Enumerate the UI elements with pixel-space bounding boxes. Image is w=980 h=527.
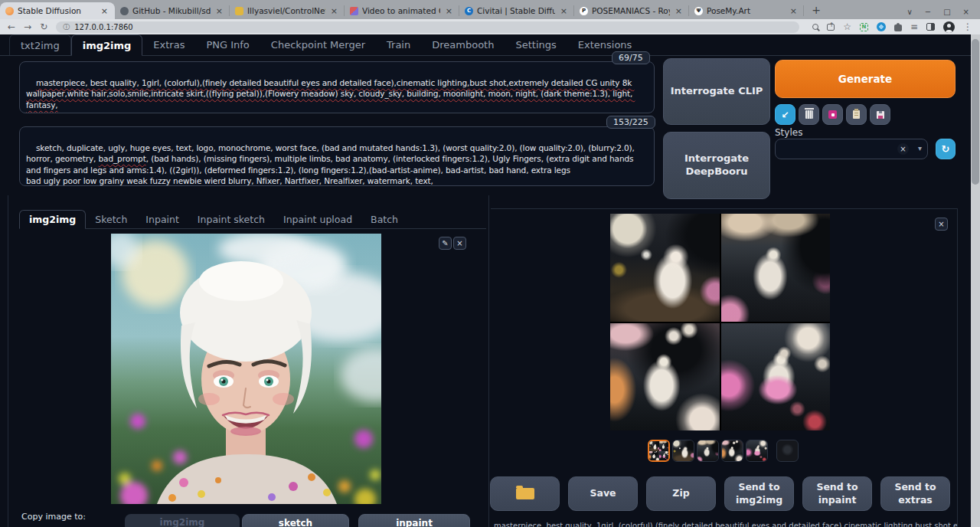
folder-icon	[516, 488, 534, 499]
interrogate-clip-button[interactable]: Interrogate CLIP	[663, 58, 770, 125]
main-nav-tabs: txt2img img2img Extras PNG Info Checkpoi…	[0, 34, 971, 56]
scrollbar-thumb[interactable]	[972, 39, 979, 185]
subtab-inpaint-upload[interactable]: Inpaint upload	[274, 210, 361, 228]
address-bar[interactable]: ⓘ 127.0.0.1:7860	[56, 21, 799, 33]
stable-diffusion-favicon	[5, 7, 14, 15]
tab-extras[interactable]: Extras	[142, 34, 195, 55]
subtab-img2img[interactable]: img2img	[19, 210, 86, 229]
url-text: 127.0.0.1:7860	[74, 23, 133, 31]
tab-close-icon[interactable]: ×	[444, 6, 454, 16]
tab-train[interactable]: Train	[376, 34, 421, 55]
interrogate-deepbooru-button[interactable]: Interrogate DeepBooru	[663, 132, 770, 199]
reload-icon[interactable]: ↻	[40, 22, 47, 31]
paste-params-button[interactable]: ↙	[775, 104, 795, 125]
zoom-icon[interactable]	[812, 24, 818, 30]
close-icon: ×	[938, 220, 944, 228]
browser-tab-posemyart[interactable]: Ψ PoseMy.Art ×	[689, 2, 804, 19]
tab-close-icon[interactable]: ×	[674, 6, 684, 16]
generated-image-4[interactable]	[721, 323, 831, 431]
thumbnail-4[interactable]	[746, 440, 768, 462]
browser-tab-civitai[interactable]: C Civitai | Stable Diffusion models ×	[459, 2, 574, 19]
extension-blue-icon[interactable]	[877, 22, 886, 31]
copy-to-img2img-button[interactable]: img2img	[125, 514, 240, 527]
styles-clear-icon[interactable]: ×	[897, 143, 909, 155]
subtab-inpaint[interactable]: Inpaint	[136, 210, 188, 228]
open-folder-button[interactable]	[490, 476, 560, 511]
minimize-icon[interactable]: −	[925, 8, 931, 16]
thumbnail-2[interactable]	[697, 440, 719, 462]
generated-image-1[interactable]	[610, 214, 720, 322]
send-to-img2img-button[interactable]: Send to img2img	[724, 476, 794, 511]
save-style-button[interactable]	[870, 104, 890, 125]
browser-tab-posemaniacs[interactable]: P POSEMANIACS - Royalty free 3 ×	[574, 2, 689, 19]
styles-dropdown[interactable]: × ▾	[775, 139, 928, 159]
save-button[interactable]: Save	[568, 476, 638, 511]
copy-to-inpaint-button[interactable]: inpaint	[358, 514, 470, 527]
generated-image-2[interactable]	[721, 214, 831, 322]
apply-style-button[interactable]	[846, 104, 867, 125]
extra-networks-button[interactable]	[822, 104, 843, 125]
gif-converter-favicon	[350, 7, 358, 15]
bookmark-star-icon[interactable]: ☆	[843, 22, 851, 31]
source-image[interactable]	[111, 234, 381, 504]
tab-settings[interactable]: Settings	[505, 34, 567, 55]
img2img-mode-tabs: img2img Sketch Inpaint Inpaint sketch In…	[19, 210, 486, 229]
subtab-sketch[interactable]: Sketch	[86, 210, 136, 228]
side-panel-icon[interactable]	[926, 23, 935, 31]
zip-button[interactable]: Zip	[646, 476, 716, 511]
tab-img2img[interactable]: img2img	[71, 34, 143, 56]
styles-refresh-button[interactable]: ↻	[936, 139, 956, 159]
portrait-illustration	[111, 234, 381, 504]
browser-tab-stable-diffusion[interactable]: Stable Diffusion ×	[0, 2, 115, 19]
browser-tab-controlnet[interactable]: Illyasviel/ControlNet at main ×	[230, 2, 345, 19]
tab-close-icon[interactable]: ×	[100, 6, 109, 16]
tab-dreambooth[interactable]: Dreambooth	[421, 34, 505, 55]
forward-icon[interactable]: →	[24, 22, 31, 31]
posemaniacs-favicon: P	[580, 7, 588, 15]
subtab-batch[interactable]: Batch	[361, 210, 407, 228]
browser-menu-icon[interactable]: ⋮	[963, 22, 972, 31]
tab-close-icon[interactable]: ×	[789, 6, 799, 16]
tab-close-icon[interactable]: ×	[329, 6, 339, 16]
edit-image-button[interactable]: ✎	[439, 237, 452, 250]
thumbnail-1[interactable]	[672, 440, 694, 462]
tab-close-icon[interactable]: ×	[214, 6, 224, 16]
back-icon[interactable]: ←	[8, 22, 15, 31]
gallery-panel-top-border	[491, 208, 957, 209]
subtab-inpaint-sketch[interactable]: Inpaint sketch	[188, 210, 274, 228]
negative-prompt-input[interactable]: sketch, duplicate, ugly, huge eyes, text…	[19, 126, 655, 186]
clear-prompt-button[interactable]	[799, 104, 819, 125]
thumbnail-grid[interactable]	[648, 440, 670, 462]
remove-image-button[interactable]: ×	[453, 237, 466, 250]
thumbnail-3[interactable]	[721, 440, 743, 462]
pencil-icon: ✎	[442, 239, 448, 247]
thumbnail-5[interactable]	[776, 440, 799, 462]
page-scrollbar[interactable]	[971, 34, 980, 527]
generated-image-3[interactable]	[610, 323, 720, 431]
profile-avatar[interactable]	[943, 21, 955, 33]
site-info-icon[interactable]: ⓘ	[63, 22, 70, 32]
tab-close-icon[interactable]: ×	[559, 6, 569, 16]
prompt-input[interactable]: masterpiece, best quality, 1girl, (color…	[19, 61, 655, 113]
tab-search-icon[interactable]: ∨	[906, 8, 912, 16]
share-icon[interactable]	[827, 24, 835, 31]
browser-tab-github[interactable]: GitHub - Mikubill/sd-webui-con ×	[115, 2, 230, 19]
tab-txt2img[interactable]: txt2img	[9, 34, 71, 55]
tab-checkpoint-merger[interactable]: Checkpoint Merger	[260, 34, 376, 55]
maximize-icon[interactable]: □	[943, 8, 950, 16]
window-close-icon[interactable]: ×	[963, 8, 969, 16]
tab-png-info[interactable]: PNG Info	[195, 34, 260, 55]
new-tab-button[interactable]: +	[808, 2, 824, 18]
send-to-inpaint-button[interactable]: Send to inpaint	[802, 476, 872, 511]
card-icon	[828, 110, 837, 119]
extension-n-icon[interactable]: N	[860, 23, 868, 31]
extensions-puzzle-icon[interactable]	[894, 25, 902, 31]
send-to-extras-button[interactable]: Send to extras	[880, 476, 950, 511]
browser-tab-gif-converter[interactable]: Video to animated GIF converter ×	[345, 2, 459, 19]
generate-button[interactable]: Generate	[775, 60, 956, 98]
reading-list-icon[interactable]: ≡	[910, 22, 918, 31]
close-gallery-button[interactable]: ×	[935, 218, 948, 231]
chevron-down-icon[interactable]: ▾	[918, 144, 922, 152]
output-gallery-image[interactable]	[610, 214, 830, 430]
copy-to-sketch-button[interactable]: sketch	[242, 514, 349, 527]
